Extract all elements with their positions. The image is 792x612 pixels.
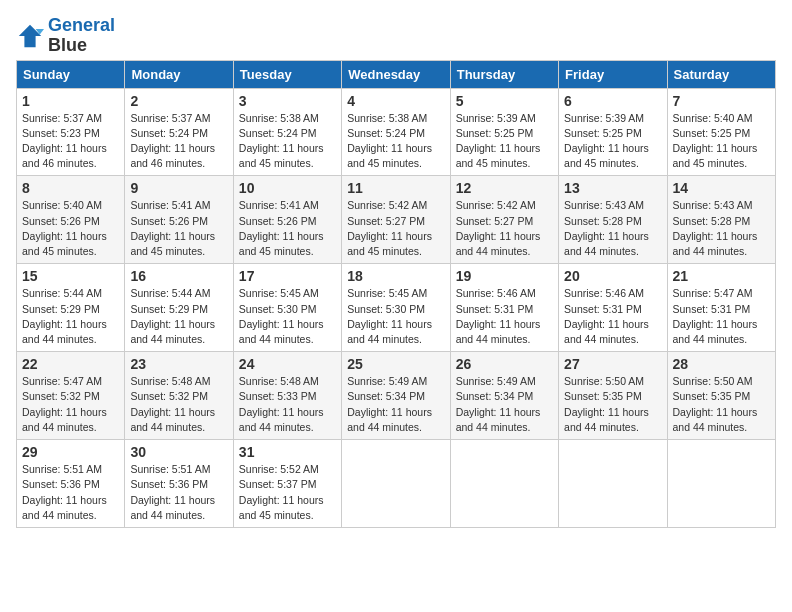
calendar-day-cell: 19 Sunrise: 5:46 AM Sunset: 5:31 PM Dayl… (450, 264, 558, 352)
calendar-body: 1 Sunrise: 5:37 AM Sunset: 5:23 PM Dayli… (17, 88, 776, 527)
day-number: 30 (130, 444, 227, 460)
calendar-day-cell: 5 Sunrise: 5:39 AM Sunset: 5:25 PM Dayli… (450, 88, 558, 176)
day-info: Sunrise: 5:37 AM Sunset: 5:23 PM Dayligh… (22, 111, 119, 172)
calendar-day-cell: 10 Sunrise: 5:41 AM Sunset: 5:26 PM Dayl… (233, 176, 341, 264)
day-info: Sunrise: 5:44 AM Sunset: 5:29 PM Dayligh… (22, 286, 119, 347)
day-number: 16 (130, 268, 227, 284)
day-number: 13 (564, 180, 661, 196)
calendar-day-cell: 22 Sunrise: 5:47 AM Sunset: 5:32 PM Dayl… (17, 352, 125, 440)
calendar-day-cell: 8 Sunrise: 5:40 AM Sunset: 5:26 PM Dayli… (17, 176, 125, 264)
calendar-day-cell (667, 440, 775, 528)
calendar-week-row: 15 Sunrise: 5:44 AM Sunset: 5:29 PM Dayl… (17, 264, 776, 352)
calendar-day-cell: 3 Sunrise: 5:38 AM Sunset: 5:24 PM Dayli… (233, 88, 341, 176)
day-info: Sunrise: 5:47 AM Sunset: 5:32 PM Dayligh… (22, 374, 119, 435)
calendar-day-cell: 25 Sunrise: 5:49 AM Sunset: 5:34 PM Dayl… (342, 352, 450, 440)
day-number: 31 (239, 444, 336, 460)
day-info: Sunrise: 5:43 AM Sunset: 5:28 PM Dayligh… (564, 198, 661, 259)
logo-text: GeneralBlue (48, 16, 115, 56)
calendar-day-cell: 20 Sunrise: 5:46 AM Sunset: 5:31 PM Dayl… (559, 264, 667, 352)
calendar-day-cell: 29 Sunrise: 5:51 AM Sunset: 5:36 PM Dayl… (17, 440, 125, 528)
calendar-day-cell: 9 Sunrise: 5:41 AM Sunset: 5:26 PM Dayli… (125, 176, 233, 264)
day-info: Sunrise: 5:41 AM Sunset: 5:26 PM Dayligh… (239, 198, 336, 259)
day-number: 10 (239, 180, 336, 196)
calendar-week-row: 1 Sunrise: 5:37 AM Sunset: 5:23 PM Dayli… (17, 88, 776, 176)
day-info: Sunrise: 5:44 AM Sunset: 5:29 PM Dayligh… (130, 286, 227, 347)
day-number: 15 (22, 268, 119, 284)
calendar-day-cell: 12 Sunrise: 5:42 AM Sunset: 5:27 PM Dayl… (450, 176, 558, 264)
day-number: 2 (130, 93, 227, 109)
calendar-day-cell: 11 Sunrise: 5:42 AM Sunset: 5:27 PM Dayl… (342, 176, 450, 264)
day-info: Sunrise: 5:40 AM Sunset: 5:25 PM Dayligh… (673, 111, 770, 172)
calendar-week-row: 29 Sunrise: 5:51 AM Sunset: 5:36 PM Dayl… (17, 440, 776, 528)
calendar-day-cell: 16 Sunrise: 5:44 AM Sunset: 5:29 PM Dayl… (125, 264, 233, 352)
day-number: 25 (347, 356, 444, 372)
day-info: Sunrise: 5:52 AM Sunset: 5:37 PM Dayligh… (239, 462, 336, 523)
day-info: Sunrise: 5:38 AM Sunset: 5:24 PM Dayligh… (347, 111, 444, 172)
day-number: 19 (456, 268, 553, 284)
weekday-header-cell: Tuesday (233, 60, 341, 88)
day-number: 5 (456, 93, 553, 109)
day-info: Sunrise: 5:46 AM Sunset: 5:31 PM Dayligh… (564, 286, 661, 347)
calendar-day-cell: 17 Sunrise: 5:45 AM Sunset: 5:30 PM Dayl… (233, 264, 341, 352)
calendar-day-cell: 6 Sunrise: 5:39 AM Sunset: 5:25 PM Dayli… (559, 88, 667, 176)
calendar-day-cell (559, 440, 667, 528)
day-info: Sunrise: 5:42 AM Sunset: 5:27 PM Dayligh… (456, 198, 553, 259)
svg-marker-0 (19, 25, 41, 47)
day-number: 1 (22, 93, 119, 109)
day-number: 22 (22, 356, 119, 372)
day-number: 12 (456, 180, 553, 196)
weekday-header-cell: Friday (559, 60, 667, 88)
weekday-header-cell: Saturday (667, 60, 775, 88)
day-info: Sunrise: 5:47 AM Sunset: 5:31 PM Dayligh… (673, 286, 770, 347)
weekday-header-cell: Sunday (17, 60, 125, 88)
calendar-day-cell: 14 Sunrise: 5:43 AM Sunset: 5:28 PM Dayl… (667, 176, 775, 264)
day-info: Sunrise: 5:38 AM Sunset: 5:24 PM Dayligh… (239, 111, 336, 172)
weekday-header-cell: Thursday (450, 60, 558, 88)
calendar-day-cell: 28 Sunrise: 5:50 AM Sunset: 5:35 PM Dayl… (667, 352, 775, 440)
day-info: Sunrise: 5:41 AM Sunset: 5:26 PM Dayligh… (130, 198, 227, 259)
calendar-day-cell: 4 Sunrise: 5:38 AM Sunset: 5:24 PM Dayli… (342, 88, 450, 176)
day-number: 9 (130, 180, 227, 196)
calendar-day-cell (342, 440, 450, 528)
calendar-week-row: 22 Sunrise: 5:47 AM Sunset: 5:32 PM Dayl… (17, 352, 776, 440)
day-number: 8 (22, 180, 119, 196)
day-number: 23 (130, 356, 227, 372)
calendar-day-cell: 24 Sunrise: 5:48 AM Sunset: 5:33 PM Dayl… (233, 352, 341, 440)
calendar-week-row: 8 Sunrise: 5:40 AM Sunset: 5:26 PM Dayli… (17, 176, 776, 264)
day-number: 29 (22, 444, 119, 460)
day-info: Sunrise: 5:42 AM Sunset: 5:27 PM Dayligh… (347, 198, 444, 259)
day-info: Sunrise: 5:50 AM Sunset: 5:35 PM Dayligh… (564, 374, 661, 435)
day-info: Sunrise: 5:48 AM Sunset: 5:32 PM Dayligh… (130, 374, 227, 435)
calendar-day-cell: 7 Sunrise: 5:40 AM Sunset: 5:25 PM Dayli… (667, 88, 775, 176)
day-info: Sunrise: 5:37 AM Sunset: 5:24 PM Dayligh… (130, 111, 227, 172)
day-number: 26 (456, 356, 553, 372)
day-info: Sunrise: 5:43 AM Sunset: 5:28 PM Dayligh… (673, 198, 770, 259)
calendar-day-cell: 31 Sunrise: 5:52 AM Sunset: 5:37 PM Dayl… (233, 440, 341, 528)
day-info: Sunrise: 5:45 AM Sunset: 5:30 PM Dayligh… (347, 286, 444, 347)
calendar-day-cell: 23 Sunrise: 5:48 AM Sunset: 5:32 PM Dayl… (125, 352, 233, 440)
day-info: Sunrise: 5:51 AM Sunset: 5:36 PM Dayligh… (130, 462, 227, 523)
day-number: 14 (673, 180, 770, 196)
calendar-day-cell: 21 Sunrise: 5:47 AM Sunset: 5:31 PM Dayl… (667, 264, 775, 352)
calendar-day-cell (450, 440, 558, 528)
weekday-header-cell: Monday (125, 60, 233, 88)
day-number: 21 (673, 268, 770, 284)
day-number: 17 (239, 268, 336, 284)
day-info: Sunrise: 5:39 AM Sunset: 5:25 PM Dayligh… (564, 111, 661, 172)
day-info: Sunrise: 5:49 AM Sunset: 5:34 PM Dayligh… (347, 374, 444, 435)
calendar-table: SundayMondayTuesdayWednesdayThursdayFrid… (16, 60, 776, 528)
day-info: Sunrise: 5:39 AM Sunset: 5:25 PM Dayligh… (456, 111, 553, 172)
day-number: 28 (673, 356, 770, 372)
day-number: 18 (347, 268, 444, 284)
day-info: Sunrise: 5:46 AM Sunset: 5:31 PM Dayligh… (456, 286, 553, 347)
calendar-day-cell: 26 Sunrise: 5:49 AM Sunset: 5:34 PM Dayl… (450, 352, 558, 440)
day-number: 20 (564, 268, 661, 284)
weekday-header-cell: Wednesday (342, 60, 450, 88)
weekday-header-row: SundayMondayTuesdayWednesdayThursdayFrid… (17, 60, 776, 88)
day-info: Sunrise: 5:49 AM Sunset: 5:34 PM Dayligh… (456, 374, 553, 435)
day-info: Sunrise: 5:40 AM Sunset: 5:26 PM Dayligh… (22, 198, 119, 259)
day-number: 11 (347, 180, 444, 196)
calendar-day-cell: 13 Sunrise: 5:43 AM Sunset: 5:28 PM Dayl… (559, 176, 667, 264)
calendar-day-cell: 15 Sunrise: 5:44 AM Sunset: 5:29 PM Dayl… (17, 264, 125, 352)
day-number: 4 (347, 93, 444, 109)
